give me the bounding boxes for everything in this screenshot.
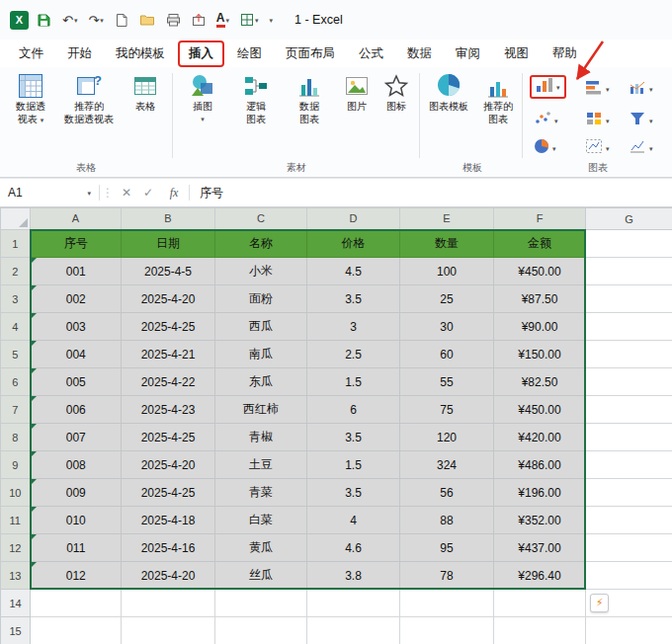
cell-D14[interactable] — [307, 590, 400, 617]
icons-button[interactable]: 图标 — [378, 71, 415, 114]
cell-C8[interactable]: 青椒 — [215, 424, 307, 451]
cell-B5[interactable]: 2025-4-21 — [122, 341, 215, 368]
row-header-14[interactable]: 14 — [1, 590, 31, 617]
cell-E12[interactable]: 95 — [400, 534, 494, 562]
cell-A12[interactable]: 011 — [31, 534, 122, 562]
cell-D12[interactable]: 4.6 — [307, 534, 400, 562]
cell-C14[interactable] — [215, 590, 307, 617]
cell-C7[interactable]: 西红柿 — [215, 396, 307, 424]
name-box-caret-icon[interactable]: ▾ — [87, 190, 91, 197]
cell-E11[interactable]: 88 — [400, 507, 494, 534]
tab-data[interactable]: 数据 — [396, 40, 443, 67]
borders-button[interactable]: ▾ — [237, 11, 262, 29]
cell-G10[interactable] — [586, 479, 672, 507]
tab-view[interactable]: 视图 — [493, 40, 540, 67]
column-header-B[interactable]: B — [122, 208, 215, 230]
cell-D1[interactable]: 价格 — [307, 230, 400, 258]
row-header-15[interactable]: 15 — [1, 617, 31, 644]
cell-C15[interactable] — [215, 617, 307, 644]
cell-F7[interactable]: ¥450.00 — [494, 396, 586, 424]
cell-A2[interactable]: 001 — [31, 258, 122, 285]
cell-F12[interactable]: ¥437.00 — [494, 534, 586, 562]
cell-D10[interactable]: 3.5 — [307, 479, 400, 507]
cell-B11[interactable]: 2025-4-18 — [122, 507, 215, 534]
cell-D6[interactable]: 1.5 — [307, 368, 400, 396]
cell-G7[interactable] — [586, 396, 672, 424]
cell-F1[interactable]: 金额 — [494, 230, 586, 258]
row-header-1[interactable]: 1 — [1, 230, 31, 258]
cell-F9[interactable]: ¥486.00 — [494, 451, 586, 479]
cell-G13[interactable] — [586, 562, 672, 590]
cell-F3[interactable]: ¥87.50 — [494, 285, 586, 313]
tab-page-layout[interactable]: 页面布局 — [275, 40, 346, 67]
cell-E6[interactable]: 55 — [400, 368, 494, 396]
cell-D11[interactable]: 4 — [307, 507, 400, 534]
row-header-10[interactable]: 10 — [1, 479, 31, 507]
cell-A15[interactable] — [31, 617, 122, 644]
export-button[interactable] — [189, 11, 209, 29]
tab-home[interactable]: 开始 — [56, 40, 103, 67]
illustrations-button[interactable]: 插图 ▾ — [180, 71, 225, 122]
undo-button[interactable]: ↶▾ — [59, 12, 80, 29]
cell-A1[interactable]: 序号 — [31, 230, 122, 258]
insert-scatter-chart-button[interactable]: ▾ — [534, 109, 558, 132]
insert-column-chart-button[interactable]: ▾ — [530, 75, 566, 99]
cell-C2[interactable]: 小米 — [215, 258, 307, 285]
cell-G2[interactable] — [586, 258, 672, 285]
cell-C1[interactable]: 名称 — [215, 230, 307, 258]
cell-F6[interactable]: ¥82.50 — [494, 368, 586, 396]
insert-sparkline-button[interactable]: ▾ — [585, 136, 610, 160]
cell-D3[interactable]: 3.5 — [307, 285, 400, 313]
cell-F8[interactable]: ¥420.00 — [494, 424, 586, 451]
insert-combo-chart-button[interactable]: ▾ — [629, 77, 653, 101]
pictures-button[interactable]: 图片 — [338, 71, 376, 114]
cell-C4[interactable]: 西瓜 — [215, 313, 307, 341]
recommended-charts-button[interactable]: 推荐的 图表 — [476, 71, 520, 125]
pivot-table-button[interactable]: 数据透 视表 ▾ — [6, 71, 55, 125]
cell-F4[interactable]: ¥90.00 — [494, 313, 586, 341]
row-header-8[interactable]: 8 — [1, 424, 31, 451]
quick-analysis-button[interactable]: ⚡ — [590, 594, 609, 612]
cell-E4[interactable]: 30 — [400, 313, 494, 341]
column-header-F[interactable]: F — [494, 208, 586, 230]
insert-hierarchy-chart-button[interactable]: ▾ — [585, 109, 610, 132]
data-charts-button[interactable]: 数据 图表 — [285, 71, 334, 125]
insert-stock-chart-button[interactable]: ▾ — [629, 136, 653, 160]
cell-B3[interactable]: 2025-4-20 — [122, 285, 215, 313]
save-button[interactable] — [34, 11, 54, 30]
cell-E7[interactable]: 75 — [400, 396, 494, 424]
cell-F13[interactable]: ¥296.40 — [494, 562, 586, 590]
cell-A3[interactable]: 002 — [31, 285, 122, 313]
row-header-11[interactable]: 11 — [1, 507, 31, 534]
cell-C5[interactable]: 南瓜 — [215, 341, 307, 368]
tab-review[interactable]: 审阅 — [445, 40, 491, 67]
row-header-7[interactable]: 7 — [1, 396, 31, 424]
cell-A6[interactable]: 005 — [31, 368, 122, 396]
cell-D13[interactable]: 3.8 — [307, 562, 400, 590]
cell-A7[interactable]: 006 — [31, 396, 122, 424]
cell-G6[interactable] — [586, 368, 672, 396]
tab-insert[interactable]: 插入 — [178, 40, 224, 67]
logic-charts-button[interactable]: 逻辑 图表 — [231, 71, 281, 125]
cell-E10[interactable]: 56 — [400, 479, 494, 507]
cell-E15[interactable] — [400, 617, 494, 644]
tab-file[interactable]: 文件 — [8, 40, 54, 67]
drag-handle-icon[interactable]: ⋮ — [100, 186, 116, 200]
column-header-G[interactable]: G — [586, 208, 672, 230]
tab-my-templates[interactable]: 我的模板 — [105, 40, 176, 67]
cell-A11[interactable]: 010 — [31, 507, 122, 534]
open-file-button[interactable] — [136, 11, 158, 29]
cell-C12[interactable]: 黄瓜 — [215, 534, 307, 562]
cell-A8[interactable]: 007 — [31, 424, 122, 451]
print-button[interactable] — [163, 11, 184, 29]
new-file-button[interactable] — [112, 11, 131, 30]
cell-E14[interactable] — [400, 590, 494, 617]
cell-B14[interactable] — [122, 590, 215, 617]
row-header-13[interactable]: 13 — [1, 562, 31, 590]
cell-G4[interactable] — [586, 313, 672, 341]
row-header-5[interactable]: 5 — [1, 341, 31, 368]
formula-content[interactable]: 序号 — [200, 185, 223, 201]
cell-B2[interactable]: 2025-4-5 — [122, 258, 215, 285]
cell-A13[interactable]: 012 — [31, 562, 122, 590]
column-header-C[interactable]: C — [215, 208, 307, 230]
